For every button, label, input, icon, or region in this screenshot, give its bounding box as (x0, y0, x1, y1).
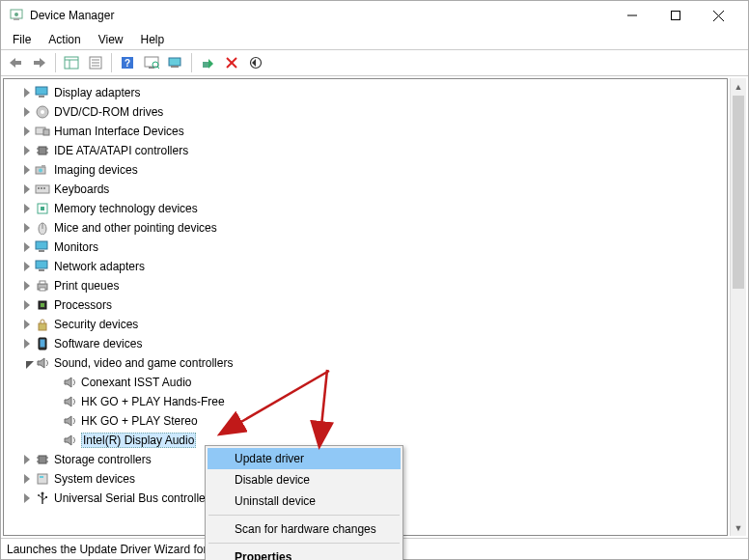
disc-icon (35, 104, 50, 120)
tree-node-label: DVD/CD-ROM drives (54, 105, 163, 119)
tree-node-label: HK GO + PLAY Stereo (81, 414, 198, 428)
menu-view[interactable]: View (91, 31, 131, 48)
svg-point-81 (38, 494, 40, 496)
svg-rect-55 (39, 250, 44, 252)
tree-node-label: Security devices (54, 318, 138, 331)
tree-node[interactable]: HK GO + PLAY Stereo (4, 411, 727, 431)
tree-node[interactable]: Network adapters (4, 257, 727, 276)
scroll-up-button[interactable]: ▲ (731, 78, 746, 95)
chevron-right-icon[interactable] (21, 105, 35, 119)
tree-node[interactable]: DVD/CD-ROM drives (4, 102, 727, 122)
window: Device Manager File Action View Help ? D… (0, 0, 749, 560)
tree-node[interactable]: Processors (4, 295, 727, 315)
vertical-scrollbar[interactable]: ▲ ▼ (730, 78, 746, 536)
tree-node[interactable]: Memory technology devices (4, 199, 727, 218)
speaker-icon (62, 394, 77, 409)
enable-device-button[interactable] (196, 52, 219, 73)
tree-node[interactable]: Sound, video and game controllers (4, 353, 727, 373)
tree-node-label: Intel(R) Display Audio (81, 433, 196, 448)
tree-node-label: IDE ATA/ATAPI controllers (54, 144, 188, 157)
tree-node[interactable]: Conexant ISST Audio (4, 373, 727, 392)
uninstall-button[interactable] (220, 52, 243, 73)
tree-node[interactable]: Security devices (4, 315, 727, 334)
svg-marker-7 (10, 58, 15, 68)
chip-icon (35, 143, 50, 158)
help-button[interactable]: ? (116, 52, 139, 73)
update-driver-button[interactable] (164, 52, 187, 73)
tree-node[interactable]: Imaging devices (4, 160, 727, 180)
svg-marker-66 (38, 358, 44, 368)
tree-node[interactable]: Mice and other pointing devices (4, 218, 727, 238)
svg-point-79 (42, 492, 44, 495)
chevron-right-icon[interactable] (21, 318, 35, 331)
chevron-right-icon[interactable] (21, 491, 35, 505)
menu-file[interactable]: File (5, 31, 39, 48)
tree-node[interactable]: IDE ATA/ATAPI controllers (4, 141, 727, 160)
svg-rect-63 (39, 323, 46, 330)
pc-icon (35, 471, 50, 487)
speaker-icon (62, 375, 77, 390)
chevron-right-icon[interactable] (21, 202, 35, 215)
scan-hardware-button[interactable] (140, 52, 163, 73)
app-icon (9, 7, 24, 25)
tree-node-label: Conexant ISST Audio (81, 376, 192, 389)
minimize-button[interactable] (610, 2, 653, 29)
tree-node-label: Universal Serial Bus controllers (54, 491, 215, 505)
cpu-icon (35, 297, 50, 313)
tree-node[interactable]: Monitors (4, 238, 727, 257)
menu-action[interactable]: Action (41, 31, 88, 48)
tree-node-label: HK GO + PLAY Hands-Free (81, 395, 225, 408)
chevron-right-icon[interactable] (21, 163, 35, 177)
menu-disable-device[interactable]: Disable device (208, 469, 401, 490)
tree-node[interactable]: Software devices (4, 334, 727, 353)
menu-uninstall-device[interactable]: Uninstall device (208, 490, 401, 512)
chevron-right-icon[interactable] (21, 125, 35, 138)
chevron-right-icon[interactable] (21, 144, 35, 157)
show-hide-tree-button[interactable] (60, 52, 83, 73)
tree-node[interactable]: Keyboards (4, 180, 727, 199)
chevron-right-icon[interactable] (21, 472, 35, 486)
tree-node-label: Network adapters (54, 260, 145, 273)
svg-rect-4 (671, 12, 680, 20)
tree-node[interactable]: Print queues (4, 276, 727, 295)
chevron-right-icon[interactable] (21, 221, 35, 235)
chevron-right-icon[interactable] (21, 182, 35, 196)
svg-rect-65 (41, 340, 45, 348)
close-button[interactable] (697, 2, 740, 29)
menu-update-driver[interactable]: Update driver (208, 448, 401, 469)
scroll-down-button[interactable]: ▼ (731, 519, 746, 536)
tree-node[interactable]: Human Interface Devices (4, 122, 727, 141)
svg-rect-11 (65, 57, 78, 69)
properties-button[interactable] (84, 52, 107, 73)
svg-rect-10 (34, 61, 40, 65)
chevron-right-icon[interactable] (21, 240, 35, 254)
menu-help[interactable]: Help (133, 31, 173, 48)
back-button[interactable] (4, 52, 27, 73)
menu-scan-hardware[interactable]: Scan for hardware changes (208, 518, 401, 540)
svg-rect-76 (38, 474, 47, 484)
chevron-right-icon[interactable] (21, 86, 35, 99)
chevron-right-icon[interactable] (21, 279, 35, 293)
tree-node-label: Monitors (54, 240, 98, 254)
chevron-right-icon[interactable] (21, 260, 35, 273)
tree-node[interactable]: Display adapters (4, 83, 727, 102)
tree-node-label: Display adapters (54, 86, 140, 99)
chevron-right-icon[interactable] (21, 337, 35, 350)
menu-properties[interactable]: Properties (208, 546, 401, 560)
chevron-right-icon[interactable] (21, 453, 35, 466)
tree-node[interactable]: HK GO + PLAY Hands-Free (4, 392, 727, 411)
chevron-right-icon[interactable] (21, 298, 35, 312)
svg-rect-57 (39, 269, 44, 271)
scrollbar-thumb[interactable] (733, 96, 744, 289)
forward-button[interactable] (28, 52, 51, 73)
speaker-icon (62, 413, 77, 429)
chip-icon (35, 452, 50, 467)
context-menu: Update driver Disable device Uninstall d… (205, 445, 403, 560)
disable-device-button[interactable] (244, 52, 267, 73)
phone-icon (35, 336, 50, 351)
hid-icon (35, 124, 50, 139)
usb-icon (35, 490, 50, 506)
maximize-button[interactable] (653, 2, 697, 29)
chevron-down-icon[interactable] (21, 356, 35, 370)
tree-node-label: System devices (54, 472, 135, 486)
